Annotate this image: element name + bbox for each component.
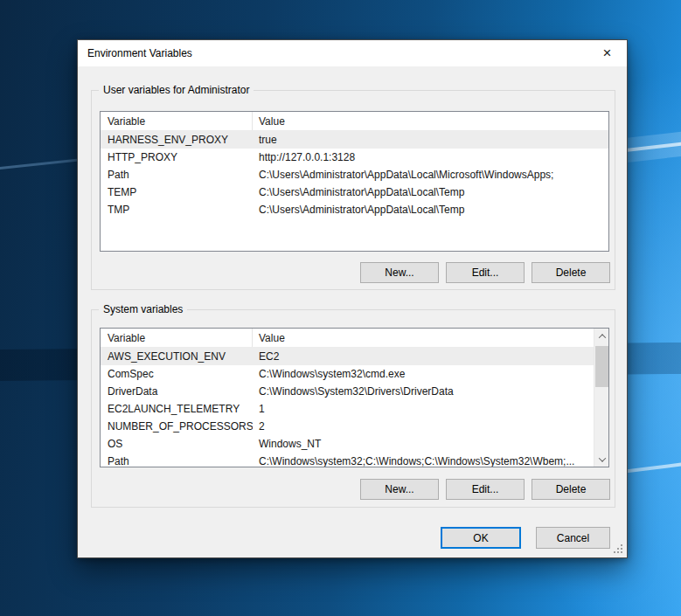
list-header: Variable Value	[101, 329, 608, 348]
list-header: Variable Value	[101, 112, 608, 131]
value-cell: C:\Windows\system32\cmd.exe	[253, 365, 594, 383]
environment-variables-dialog: Environment Variables × User variables f…	[77, 39, 628, 558]
table-row[interactable]: Path C:\Windows\system32;C:\Windows;C:\W…	[101, 453, 594, 467]
table-row[interactable]: AWS_EXECUTION_ENV EC2	[101, 348, 594, 365]
table-row[interactable]: ComSpec C:\Windows\system32\cmd.exe	[101, 365, 594, 383]
user-group-label: User variables for Administrator	[99, 84, 254, 96]
system-variables-group: System variables Variable Value AWS_EXEC…	[91, 309, 615, 508]
table-row[interactable]: OS Windows_NT	[101, 435, 594, 453]
table-row[interactable]: DriverData C:\Windows\System32\Drivers\D…	[101, 383, 594, 400]
table-row[interactable]: Path C:\Users\Administrator\AppData\Loca…	[101, 166, 608, 183]
variable-cell: DriverData	[101, 383, 253, 400]
cancel-button[interactable]: Cancel	[536, 527, 610, 549]
variable-cell: HTTP_PROXY	[101, 149, 253, 166]
scrollbar-thumb[interactable]	[595, 346, 608, 387]
scroll-up-button[interactable]	[594, 329, 609, 343]
value-cell: http://127.0.0.1:3128	[253, 149, 608, 166]
value-cell: C:\Users\Administrator\AppData\Local\Tem…	[253, 183, 608, 201]
table-row[interactable]: HARNESS_ENV_PROXY true	[101, 131, 608, 149]
system-variables-list: Variable Value AWS_EXECUTION_ENV EC2 Com…	[100, 328, 609, 467]
value-cell: 1	[253, 400, 594, 418]
user-new-button[interactable]: New...	[360, 262, 439, 283]
system-variables-rows: AWS_EXECUTION_ENV EC2 ComSpec C:\Windows…	[101, 348, 594, 467]
system-new-button[interactable]: New...	[360, 479, 439, 500]
variable-cell: AWS_EXECUTION_ENV	[101, 348, 253, 365]
value-cell: C:\Users\Administrator\AppData\Local\Tem…	[253, 201, 608, 218]
value-cell: true	[253, 131, 608, 149]
vertical-scrollbar[interactable]	[594, 329, 608, 467]
system-group-label: System variables	[99, 303, 187, 315]
variable-cell: Path	[101, 166, 253, 183]
user-variables-rows: HARNESS_ENV_PROXY true HTTP_PROXY http:/…	[101, 131, 608, 218]
column-header-variable[interactable]: Variable	[101, 329, 253, 347]
column-header-value[interactable]: Value	[253, 329, 608, 347]
value-cell: C:\Windows\System32\Drivers\DriverData	[253, 383, 594, 400]
table-row[interactable]: HTTP_PROXY http://127.0.0.1:3128	[101, 149, 608, 166]
scroll-down-button[interactable]	[594, 452, 609, 467]
value-cell: C:\Windows\system32;C:\Windows;C:\Window…	[253, 453, 594, 467]
user-edit-button[interactable]: Edit...	[446, 262, 525, 283]
user-variables-list: Variable Value HARNESS_ENV_PROXY true HT…	[100, 111, 609, 252]
table-row[interactable]: EC2LAUNCH_TELEMETRY 1	[101, 400, 594, 418]
table-row[interactable]: TEMP C:\Users\Administrator\AppData\Loca…	[101, 183, 608, 201]
variable-cell: OS	[101, 435, 253, 453]
chevron-down-icon	[598, 454, 605, 461]
system-edit-button[interactable]: Edit...	[446, 479, 525, 500]
resize-grip[interactable]	[613, 543, 623, 554]
column-header-variable[interactable]: Variable	[101, 112, 253, 130]
variable-cell: Path	[101, 453, 253, 467]
variable-cell: EC2LAUNCH_TELEMETRY	[101, 400, 253, 418]
ok-button[interactable]: OK	[441, 527, 521, 549]
system-delete-button[interactable]: Delete	[532, 479, 610, 500]
table-row[interactable]: TMP C:\Users\Administrator\AppData\Local…	[101, 201, 608, 218]
close-icon: ×	[603, 45, 612, 60]
user-variables-group: User variables for Administrator Variabl…	[91, 90, 615, 290]
variable-cell: NUMBER_OF_PROCESSORS	[101, 418, 253, 435]
system-buttons-row: New... Edit... Delete	[92, 479, 615, 500]
variable-cell: TEMP	[101, 183, 253, 201]
value-cell: Windows_NT	[253, 435, 594, 453]
user-delete-button[interactable]: Delete	[532, 262, 610, 283]
close-button[interactable]: ×	[587, 40, 627, 66]
table-row[interactable]: NUMBER_OF_PROCESSORS 2	[101, 418, 594, 435]
variable-cell: TMP	[101, 201, 253, 218]
chevron-up-icon	[598, 334, 605, 341]
user-buttons-row: New... Edit... Delete	[92, 262, 615, 283]
variable-cell: HARNESS_ENV_PROXY	[101, 131, 253, 149]
column-header-value[interactable]: Value	[253, 112, 608, 130]
value-cell: EC2	[253, 348, 594, 365]
variable-cell: ComSpec	[101, 365, 253, 383]
value-cell: C:\Users\Administrator\AppData\Local\Mic…	[253, 166, 608, 183]
dialog-titlebar[interactable]: Environment Variables	[78, 40, 627, 66]
value-cell: 2	[253, 418, 594, 435]
dialog-title: Environment Variables	[87, 47, 192, 59]
